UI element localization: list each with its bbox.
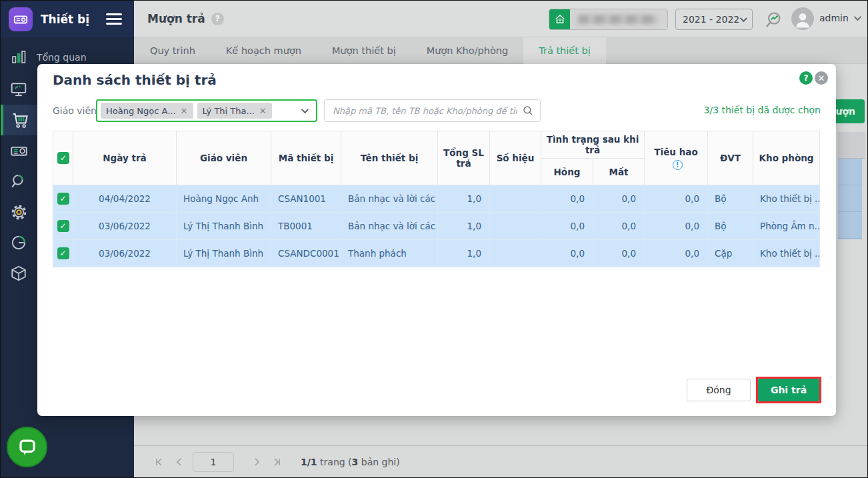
cell-mat: 0,0 [593,213,645,240]
device-search-input[interactable] [324,99,541,122]
username: admin [819,13,849,23]
row-checkbox[interactable] [57,220,69,232]
pie-chart-icon [1,234,37,251]
chip-remove-icon[interactable]: ✕ [259,106,267,116]
chip-remove-icon[interactable]: ✕ [181,106,188,116]
info-icon[interactable]: ! [673,160,683,170]
last-page-icon[interactable] [271,457,282,467]
close-icon[interactable]: ✕ [815,71,828,85]
app-window: Thiết bị Tổng quan [0,0,868,478]
record-return-button[interactable]: Ghi trả [758,379,819,401]
sidebar-header: Thiết bị [1,1,134,37]
close-button[interactable]: Đóng [687,379,751,401]
cell-dvt: Bộ [708,213,753,240]
cell-tieu_hao: 0,0 [645,185,708,213]
school-selector[interactable] [549,9,668,30]
page-title: Mượn trả [147,12,205,25]
prev-page-icon[interactable] [174,457,185,467]
app-title: Thiết bị [41,13,89,26]
return-devices-table: Ngày trả Giáo viên Mã thiết bị Tên thiết… [53,131,820,267]
school-name-redacted [570,9,667,29]
cell-kho_phong: Phòng Âm n... [753,213,820,240]
tab-tra-thiet-bi[interactable]: Trả thiết bị [523,37,606,64]
header-ma-thiet-bi: Mã thiết bị [271,131,341,185]
tab-muon-thiet-bi[interactable]: Mượn thiết bị [317,37,411,64]
cell-hong: 0,0 [541,213,593,240]
home-school-icon[interactable] [549,9,570,29]
select-all-cell [53,131,73,185]
cell-dvt: Cặp [708,240,753,267]
cell-ten_thiet_bi: Bản nhạc và lời các ... [341,213,438,240]
cell-ma_thiet_bi: TB0001 [271,213,341,240]
teacher-chip: Hoàng Ngọc A... ✕ [101,103,193,119]
pagination-info: 1/1 trang (3 bản ghi) [301,457,400,467]
selected-count-text: 3/3 thiết bị đã được chọn [704,105,821,115]
cell-ma_thiet_bi: CSAN1001 [271,185,341,213]
header-tieu-hao: Tiêu hao! [645,131,708,185]
cell-ngay_tra: 03/06/2022 [73,240,177,267]
page-help-icon[interactable]: ? [211,13,224,25]
next-page-icon[interactable] [251,457,262,467]
cell-tong_sl_tra: 1,0 [438,240,490,267]
return-devices-modal: Danh sách thiết bị trả ? ✕ Giáo viên Hoà… [37,64,836,416]
cell-kho_phong: Kho thiết bị ... [753,240,820,267]
modal-help-icon[interactable]: ? [799,71,813,85]
row-checkbox-cell [53,213,73,240]
cell-tong_sl_tra: 1,0 [438,213,490,240]
cell-giao_vien: Lý Thị Thanh Bình [177,240,271,267]
hamburger-menu-icon[interactable] [106,11,122,27]
school-year-value: 2021 - 2022 [683,14,739,25]
row-checkbox[interactable] [57,193,69,205]
cell-kho_phong: Kho thiết bị ... [753,185,820,213]
header-so-hieu: Số hiệu [490,131,541,185]
cell-ten_thiet_bi: Bản nhạc và lời các ... [341,185,438,213]
table-row: 04/04/2022Hoàng Ngọc AnhCSAN1001Bản nhạc… [53,185,820,213]
search-icon [1,173,37,190]
chat-bubble-icon [17,437,37,457]
cell-so_hieu [490,185,541,213]
header-giao-vien: Giáo viên [177,131,271,185]
teacher-multiselect[interactable]: Hoàng Ngọc A... ✕ Lý Thị Tha... ✕ [96,99,317,122]
table-row: 03/06/2022Lý Thị Thanh BìnhCSANDC0001Tha… [53,240,820,267]
cell-tong_sl_tra: 1,0 [438,185,490,213]
school-year-select[interactable]: 2021 - 2022 [675,9,753,30]
app-logo-icon [9,7,33,31]
monitor-icon [1,81,37,98]
device-search [324,99,541,122]
cell-tieu_hao: 0,0 [645,213,708,240]
cell-hong: 0,0 [541,240,593,267]
header-ten-thiet-bi: Tên thiết bị [341,131,438,185]
cell-ma_thiet_bi: CSANDC0001 [271,240,341,267]
search-icon [522,105,534,117]
cell-giao_vien: Hoàng Ngọc Anh [177,185,271,213]
page-number-input[interactable]: 1 [193,452,234,472]
user-menu[interactable]: admin [819,13,859,23]
cart-icon [3,111,37,129]
background-table-header-fragment [838,132,865,159]
sidebar-item-label: Tổng quan [37,52,87,63]
bar-chart-icon [1,49,37,65]
annotation-highlight: Ghi trả [756,377,821,403]
teacher-filter-label: Giáo viên [53,105,97,116]
cell-mat: 0,0 [593,240,645,267]
gear-icon [1,203,37,221]
search-analytics-icon[interactable] [763,10,783,33]
first-page-icon[interactable] [154,457,165,467]
cell-so_hieu [490,240,541,267]
chat-button[interactable] [7,427,47,467]
return-table-body: 04/04/2022Hoàng Ngọc AnhCSAN1001Bản nhạc… [53,185,820,267]
header-ngay-tra: Ngày trả [73,131,177,185]
select-all-checkbox[interactable] [57,152,69,164]
cell-giao_vien: Lý Thị Thanh Bình [177,213,271,240]
background-table-rows-fragment [838,159,862,239]
tab-quy-trinh[interactable]: Quy trình [135,37,211,64]
pagination: 1 1/1 trang (3 bản ghi) [134,445,868,478]
row-checkbox[interactable] [57,247,69,259]
header-tinh-trang-group: Tình trạng sau khi trả [541,131,645,159]
topbar: Mượn trả ? 2021 - 2022 admin [134,1,868,37]
tab-ke-hoach-muon[interactable]: Kế hoạch mượn [211,37,317,64]
modal-title: Danh sách thiết bị trả [53,72,217,88]
cube-icon [1,265,37,282]
tab-muon-kho-phong[interactable]: Mượn Kho/phòng [411,37,524,64]
avatar[interactable] [791,7,814,30]
